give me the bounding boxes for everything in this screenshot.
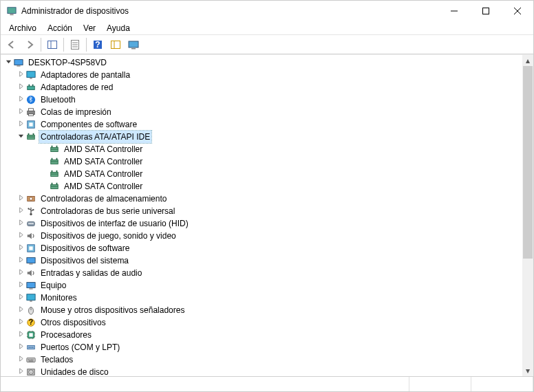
- vertical-scrollbar[interactable]: ▴ ▾: [522, 55, 533, 376]
- other-device-icon: ?: [25, 317, 36, 328]
- system-device-icon: [25, 255, 36, 266]
- svg-rect-28: [29, 114, 34, 116]
- close-button[interactable]: [502, 1, 533, 21]
- expand-arrow-icon[interactable]: [16, 329, 25, 341]
- tree-node[interactable]: Dispositivos del sistema: [2, 254, 522, 267]
- tree-node-label: Mouse y otros dispositivos señaladores: [39, 304, 186, 316]
- tree-node[interactable]: Componentes de software: [2, 118, 522, 131]
- help-button[interactable]: ?: [89, 36, 106, 53]
- scroll-down-arrow-icon[interactable]: ▾: [522, 365, 533, 376]
- tree-node-label: Dispositivos del sistema: [39, 254, 130, 267]
- tree-node-label: Controladoras de almacenamiento: [39, 193, 168, 205]
- tree-node-label: AMD SATA Controller: [63, 155, 144, 168]
- svg-rect-16: [129, 41, 138, 47]
- statusbar: [1, 376, 533, 391]
- minimize-button[interactable]: [438, 1, 470, 21]
- tree-node[interactable]: Dispositivos de software: [2, 242, 522, 254]
- expand-arrow-icon[interactable]: [16, 94, 25, 106]
- menu-action[interactable]: Acción: [42, 22, 78, 34]
- expand-arrow-icon[interactable]: [16, 267, 25, 279]
- expand-arrow-icon[interactable]: [16, 316, 25, 329]
- ide-controller-icon: [49, 168, 60, 179]
- tree-node-label: Unidades de disco: [39, 366, 110, 376]
- tree-node[interactable]: AMD SATA Controller: [2, 143, 522, 155]
- expand-arrow-icon[interactable]: [16, 118, 25, 131]
- tree-node[interactable]: Controladoras de almacenamiento: [2, 193, 522, 205]
- device-tree[interactable]: DESKTOP-4SP58VDAdaptadores de pantallaAd…: [1, 55, 522, 376]
- tree-node[interactable]: Adaptadores de red: [2, 81, 522, 94]
- back-button[interactable]: [3, 36, 20, 53]
- titlebar: Administrador de dispositivos: [1, 1, 533, 21]
- scan-hardware-button[interactable]: [107, 36, 124, 53]
- tree-node[interactable]: Procesadores: [2, 329, 522, 341]
- toolbar-separator: [86, 38, 87, 52]
- svg-rect-66: [29, 288, 32, 289]
- tree-node-label: DESKTOP-4SP58VD: [27, 56, 108, 69]
- menu-file[interactable]: Archivo: [3, 22, 42, 34]
- tree-node[interactable]: Dispositivos de interfaz de usuario (HID…: [2, 217, 522, 230]
- scroll-up-arrow-icon[interactable]: ▴: [522, 55, 533, 66]
- tree-node[interactable]: Monitores: [2, 292, 522, 304]
- svg-rect-67: [27, 294, 35, 301]
- expand-arrow-icon[interactable]: [16, 341, 25, 353]
- tree-node[interactable]: Colas de impresión: [2, 106, 522, 118]
- expand-arrow-icon[interactable]: [16, 81, 25, 94]
- window-title: Administrador de dispositivos: [21, 6, 438, 16]
- svg-rect-68: [30, 301, 32, 301]
- expand-arrow-icon[interactable]: [16, 353, 25, 366]
- expand-arrow-icon[interactable]: [16, 366, 25, 376]
- tree-node[interactable]: ?Otros dispositivos: [2, 316, 522, 329]
- tree-node[interactable]: Teclados: [2, 353, 522, 366]
- expand-arrow-icon[interactable]: [16, 193, 25, 205]
- tree-node[interactable]: Bluetooth: [2, 94, 522, 106]
- tree-node[interactable]: Unidades de disco: [2, 366, 522, 376]
- tree-node[interactable]: Adaptadores de pantalla: [2, 69, 522, 81]
- scroll-thumb[interactable]: [523, 66, 533, 259]
- menu-view[interactable]: Ver: [78, 22, 101, 34]
- tree-node[interactable]: Controladoras de bus serie universal: [2, 205, 522, 217]
- collapse-arrow-icon[interactable]: [16, 131, 25, 143]
- expand-arrow-icon[interactable]: [16, 106, 25, 118]
- tree-node[interactable]: AMD SATA Controller: [2, 168, 522, 180]
- maximize-button[interactable]: [470, 1, 502, 21]
- tree-node[interactable]: Controladoras ATA/ATAPI IDE: [2, 131, 522, 143]
- svg-rect-60: [32, 223, 34, 224]
- tree-node-label: AMD SATA Controller: [63, 168, 144, 180]
- menu-help[interactable]: Ayuda: [101, 22, 136, 34]
- svg-rect-92: [28, 359, 29, 360]
- forward-button[interactable]: [21, 36, 38, 53]
- tree-node-label: Dispositivos de juego, sonido y video: [39, 230, 178, 242]
- svg-text:?: ?: [95, 40, 100, 50]
- expand-arrow-icon[interactable]: [16, 69, 25, 81]
- show-hide-tree-button[interactable]: [44, 36, 61, 53]
- tree-node[interactable]: AMD SATA Controller: [2, 180, 522, 193]
- expand-arrow-icon[interactable]: [16, 217, 25, 230]
- tree-node[interactable]: Mouse y otros dispositivos señaladores: [2, 304, 522, 316]
- devices-view-button[interactable]: [125, 36, 142, 53]
- svg-rect-6: [48, 41, 57, 48]
- status-cell: [1, 377, 409, 391]
- properties-button[interactable]: [67, 36, 83, 53]
- collapse-arrow-icon[interactable]: [3, 56, 13, 69]
- tree-node[interactable]: Puertos (COM y LPT): [2, 341, 522, 353]
- expand-arrow-icon[interactable]: [16, 205, 25, 217]
- tree-node[interactable]: AMD SATA Controller: [2, 155, 522, 168]
- tree-node-label: Adaptadores de red: [39, 81, 114, 94]
- expand-arrow-icon[interactable]: [16, 304, 25, 316]
- expand-arrow-icon[interactable]: [16, 242, 25, 254]
- window-buttons: [438, 1, 533, 21]
- tree-node[interactable]: Entradas y salidas de audio: [2, 267, 522, 279]
- svg-rect-96: [29, 360, 34, 361]
- svg-point-55: [28, 208, 29, 209]
- expand-arrow-icon[interactable]: [16, 230, 25, 242]
- tree-node[interactable]: Dispositivos de juego, sonido y video: [2, 230, 522, 242]
- expand-arrow-icon[interactable]: [16, 292, 25, 304]
- tree-node[interactable]: DESKTOP-4SP58VD: [2, 56, 522, 69]
- tree-node-label: Componentes de software: [39, 118, 138, 131]
- expand-arrow-icon[interactable]: [16, 279, 25, 292]
- expand-arrow-icon[interactable]: [16, 254, 25, 267]
- tree-node[interactable]: Equipo: [2, 279, 522, 292]
- monitor-icon: [25, 292, 36, 303]
- ide-controller-icon: [25, 131, 36, 142]
- svg-rect-56: [32, 209, 34, 210]
